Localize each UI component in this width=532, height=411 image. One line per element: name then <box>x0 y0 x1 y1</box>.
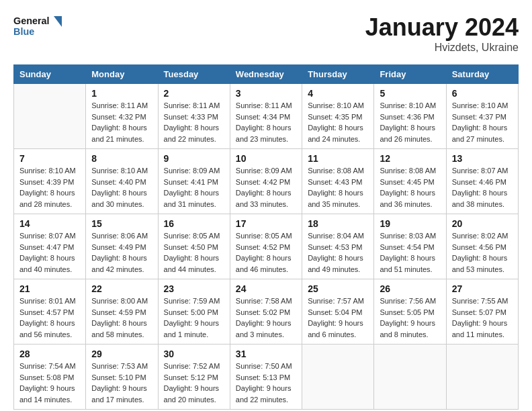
day-info: Sunrise: 7:56 AMSunset: 5:05 PMDaylight:… <box>380 295 440 340</box>
calendar-cell: 17Sunrise: 8:05 AMSunset: 4:52 PMDayligh… <box>230 214 302 279</box>
calendar-cell: 15Sunrise: 8:06 AMSunset: 4:49 PMDayligh… <box>86 214 158 279</box>
calendar-cell: 18Sunrise: 8:04 AMSunset: 4:53 PMDayligh… <box>302 214 374 279</box>
day-number: 10 <box>236 153 296 164</box>
calendar-cell: 31Sunrise: 7:50 AMSunset: 5:13 PMDayligh… <box>230 345 302 410</box>
calendar-cell: 30Sunrise: 7:52 AMSunset: 5:12 PMDayligh… <box>158 345 230 410</box>
day-number: 14 <box>19 218 80 229</box>
day-info: Sunrise: 7:55 AMSunset: 5:07 PMDaylight:… <box>452 295 513 340</box>
calendar-cell: 11Sunrise: 8:08 AMSunset: 4:43 PMDayligh… <box>302 149 374 214</box>
weekday-header-row: SundayMondayTuesdayWednesdayThursdayFrid… <box>14 65 519 84</box>
calendar-cell: 10Sunrise: 8:09 AMSunset: 4:42 PMDayligh… <box>230 149 302 214</box>
calendar-cell: 8Sunrise: 8:10 AMSunset: 4:40 PMDaylight… <box>86 149 158 214</box>
calendar-cell: 23Sunrise: 7:59 AMSunset: 5:00 PMDayligh… <box>158 279 230 345</box>
day-number: 5 <box>380 88 440 99</box>
weekday-header: Saturday <box>446 65 518 84</box>
day-info: Sunrise: 8:02 AMSunset: 4:56 PMDaylight:… <box>452 230 513 275</box>
day-number: 17 <box>236 218 296 229</box>
day-info: Sunrise: 7:50 AMSunset: 5:13 PMDaylight:… <box>236 361 296 405</box>
calendar-cell: 12Sunrise: 8:08 AMSunset: 4:45 PMDayligh… <box>374 149 446 214</box>
calendar-cell: 28Sunrise: 7:54 AMSunset: 5:08 PMDayligh… <box>14 345 86 410</box>
day-info: Sunrise: 8:07 AMSunset: 4:47 PMDaylight:… <box>19 230 80 275</box>
day-number: 29 <box>91 349 152 359</box>
logo-icon: GeneralBlue <box>13 13 67 40</box>
day-number: 26 <box>380 283 440 294</box>
title-block: January 2024 Hvizdets, Ukraine <box>365 13 519 54</box>
calendar-cell: 1Sunrise: 8:11 AMSunset: 4:32 PMDaylight… <box>86 84 158 149</box>
day-number: 7 <box>19 153 80 164</box>
calendar-cell: 5Sunrise: 8:10 AMSunset: 4:36 PMDaylight… <box>374 84 446 149</box>
calendar-cell: 13Sunrise: 8:07 AMSunset: 4:46 PMDayligh… <box>446 149 518 214</box>
day-info: Sunrise: 8:10 AMSunset: 4:40 PMDaylight:… <box>91 165 152 210</box>
day-number: 28 <box>19 349 80 359</box>
calendar-cell: 19Sunrise: 8:03 AMSunset: 4:54 PMDayligh… <box>374 214 446 279</box>
day-number: 2 <box>164 88 224 99</box>
day-number: 25 <box>308 283 368 294</box>
day-number: 27 <box>452 283 513 294</box>
day-info: Sunrise: 7:53 AMSunset: 5:10 PMDaylight:… <box>91 361 152 405</box>
day-number: 6 <box>452 88 513 99</box>
calendar-week-row: 1Sunrise: 8:11 AMSunset: 4:32 PMDaylight… <box>14 84 519 149</box>
day-info: Sunrise: 8:05 AMSunset: 4:52 PMDaylight:… <box>236 230 296 275</box>
day-info: Sunrise: 8:03 AMSunset: 4:54 PMDaylight:… <box>380 230 440 275</box>
day-number: 23 <box>164 283 224 294</box>
day-number: 30 <box>164 349 224 359</box>
day-number: 22 <box>91 283 152 294</box>
day-number: 12 <box>380 153 440 164</box>
calendar-cell: 6Sunrise: 8:10 AMSunset: 4:37 PMDaylight… <box>446 84 518 149</box>
day-info: Sunrise: 8:05 AMSunset: 4:50 PMDaylight:… <box>164 230 224 275</box>
day-number: 11 <box>308 153 368 164</box>
calendar-cell <box>374 345 446 410</box>
day-info: Sunrise: 8:00 AMSunset: 4:59 PMDaylight:… <box>91 295 152 340</box>
calendar-cell: 7Sunrise: 8:10 AMSunset: 4:39 PMDaylight… <box>14 149 86 214</box>
calendar-cell: 21Sunrise: 8:01 AMSunset: 4:57 PMDayligh… <box>14 279 86 345</box>
day-number: 8 <box>91 153 152 164</box>
day-info: Sunrise: 8:10 AMSunset: 4:37 PMDaylight:… <box>452 100 513 144</box>
calendar-cell <box>302 345 374 410</box>
day-info: Sunrise: 7:52 AMSunset: 5:12 PMDaylight:… <box>164 361 224 405</box>
calendar-cell <box>14 84 86 149</box>
day-number: 15 <box>91 218 152 229</box>
day-info: Sunrise: 8:08 AMSunset: 4:45 PMDaylight:… <box>380 165 440 210</box>
calendar-table: SundayMondayTuesdayWednesdayThursdayFrid… <box>13 64 519 410</box>
day-info: Sunrise: 7:54 AMSunset: 5:08 PMDaylight:… <box>19 361 80 405</box>
day-number: 31 <box>236 349 296 359</box>
day-info: Sunrise: 8:06 AMSunset: 4:49 PMDaylight:… <box>91 230 152 275</box>
day-info: Sunrise: 8:09 AMSunset: 4:42 PMDaylight:… <box>236 165 296 210</box>
day-info: Sunrise: 8:04 AMSunset: 4:53 PMDaylight:… <box>308 230 368 275</box>
day-number: 18 <box>308 218 368 229</box>
weekday-header: Friday <box>374 65 446 84</box>
calendar-cell: 22Sunrise: 8:00 AMSunset: 4:59 PMDayligh… <box>86 279 158 345</box>
svg-text:Blue: Blue <box>13 26 34 37</box>
weekday-header: Sunday <box>14 65 86 84</box>
day-info: Sunrise: 8:01 AMSunset: 4:57 PMDaylight:… <box>19 295 80 340</box>
day-number: 1 <box>91 88 152 99</box>
day-info: Sunrise: 7:59 AMSunset: 5:00 PMDaylight:… <box>164 295 224 340</box>
svg-text:General: General <box>13 15 50 26</box>
weekday-header: Monday <box>86 65 158 84</box>
day-info: Sunrise: 8:10 AMSunset: 4:35 PMDaylight:… <box>308 100 368 144</box>
weekday-header: Wednesday <box>230 65 302 84</box>
day-info: Sunrise: 8:08 AMSunset: 4:43 PMDaylight:… <box>308 165 368 210</box>
logo: GeneralBlue <box>13 13 67 40</box>
calendar-cell: 20Sunrise: 8:02 AMSunset: 4:56 PMDayligh… <box>446 214 518 279</box>
day-number: 20 <box>452 218 513 229</box>
day-info: Sunrise: 7:57 AMSunset: 5:04 PMDaylight:… <box>308 295 368 340</box>
month-title: January 2024 <box>365 13 519 42</box>
location-subtitle: Hvizdets, Ukraine <box>365 42 519 54</box>
day-number: 21 <box>19 283 80 294</box>
calendar-cell: 3Sunrise: 8:11 AMSunset: 4:34 PMDaylight… <box>230 84 302 149</box>
day-info: Sunrise: 8:11 AMSunset: 4:34 PMDaylight:… <box>236 100 296 144</box>
calendar-cell: 25Sunrise: 7:57 AMSunset: 5:04 PMDayligh… <box>302 279 374 345</box>
day-number: 4 <box>308 88 368 99</box>
calendar-week-row: 21Sunrise: 8:01 AMSunset: 4:57 PMDayligh… <box>14 279 519 345</box>
calendar-cell: 14Sunrise: 8:07 AMSunset: 4:47 PMDayligh… <box>14 214 86 279</box>
calendar-week-row: 14Sunrise: 8:07 AMSunset: 4:47 PMDayligh… <box>14 214 519 279</box>
day-number: 13 <box>452 153 513 164</box>
weekday-header: Tuesday <box>158 65 230 84</box>
day-number: 16 <box>164 218 224 229</box>
day-info: Sunrise: 8:10 AMSunset: 4:39 PMDaylight:… <box>19 165 80 210</box>
calendar-week-row: 28Sunrise: 7:54 AMSunset: 5:08 PMDayligh… <box>14 345 519 410</box>
day-info: Sunrise: 7:58 AMSunset: 5:02 PMDaylight:… <box>236 295 296 340</box>
day-info: Sunrise: 8:09 AMSunset: 4:41 PMDaylight:… <box>164 165 224 210</box>
day-number: 24 <box>236 283 296 294</box>
